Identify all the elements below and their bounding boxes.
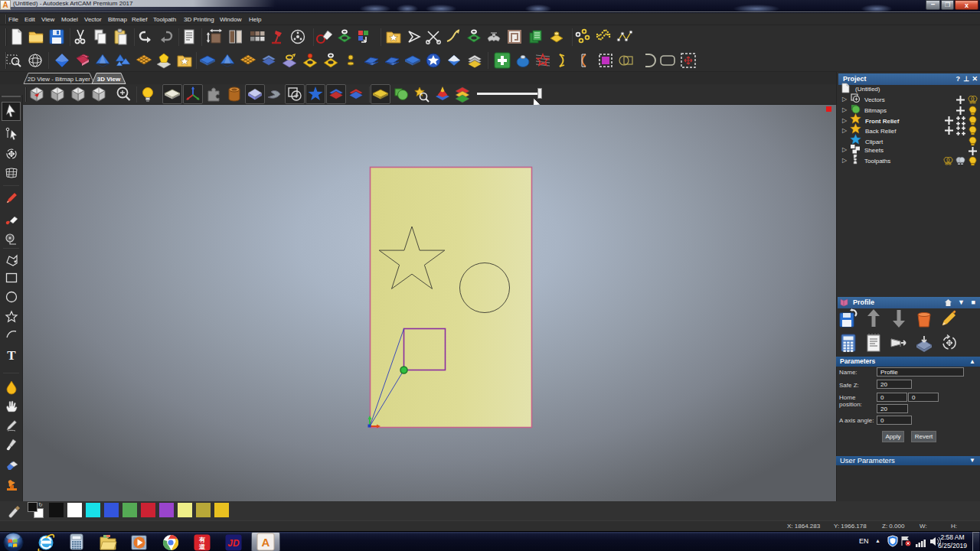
svg-text:道: 道 — [198, 543, 206, 550]
svg-text:有: 有 — [198, 536, 206, 543]
svg-text:2D View - Bitmap Layer: 2D View - Bitmap Layer — [28, 76, 90, 83]
svg-text:JD: JD — [227, 538, 240, 549]
svg-text:T: T — [7, 348, 16, 363]
svg-text:3D View: 3D View — [97, 76, 121, 83]
svg-text:A: A — [262, 536, 270, 549]
